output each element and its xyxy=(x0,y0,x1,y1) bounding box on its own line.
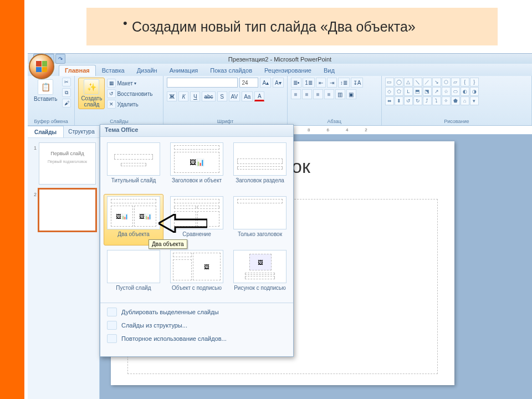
group-paragraph-label: Абзац xyxy=(291,118,378,124)
group-drawing-label: Рисование xyxy=(385,118,528,124)
thumb-number: 2 xyxy=(34,192,37,197)
align-left-button[interactable]: ≡ xyxy=(291,89,301,99)
group-slides: ✨ Создать слайд ▦Макет▾ ↺Восстановить ✕У… xyxy=(75,76,163,125)
tab-insert[interactable]: Вставка xyxy=(96,65,131,76)
ribbon-tabs: Главная Вставка Дизайн Анимация Показ сл… xyxy=(28,64,532,76)
duplicate-icon xyxy=(107,308,117,316)
strike-button[interactable]: abc xyxy=(202,91,215,101)
tab-design[interactable]: Дизайн xyxy=(131,65,163,76)
cut-icon[interactable]: ✂ xyxy=(62,78,71,86)
layout-title-content[interactable]: 🖼📊 Заголовок и объект xyxy=(167,140,227,192)
paste-icon: 📋 xyxy=(38,79,53,95)
delete-button[interactable]: ✕Удалить xyxy=(107,100,152,109)
group-clipboard: 📋 Вставить ✂ ⧉ 🖌 Буфер обмена xyxy=(28,76,75,125)
layout-gallery: Тема Office Титульный слайд 🖼📊 Заголовок… xyxy=(100,124,294,357)
slide-thumbnail-2[interactable]: 2 xyxy=(39,189,96,231)
new-slide-label: Создать слайд xyxy=(81,96,102,108)
panel-tab-outline[interactable]: Структура xyxy=(64,126,99,137)
copy-icon[interactable]: ⧉ xyxy=(62,88,71,97)
group-clipboard-label: Буфер обмена xyxy=(31,118,71,124)
change-case-button[interactable]: Aa xyxy=(242,91,253,101)
numbering-button[interactable]: 1≣ xyxy=(303,78,315,88)
format-painter-icon[interactable]: 🖌 xyxy=(62,99,71,108)
pointer-arrow-icon xyxy=(158,214,207,233)
group-slides-label: Слайды xyxy=(78,118,160,124)
font-family-combo[interactable] xyxy=(167,78,238,88)
slides-from-outline-button[interactable]: Слайды из структуры... xyxy=(100,319,293,332)
tab-home[interactable]: Главная xyxy=(59,65,96,76)
layout-section-header[interactable]: Заголовок раздела xyxy=(230,140,290,192)
italic-button[interactable]: К xyxy=(178,91,188,101)
paste-label: Вставить xyxy=(34,96,57,102)
duplicate-slides-button[interactable]: Дублировать выделенные слайды xyxy=(100,305,293,319)
layout-content-caption[interactable]: 🖼 Объект с подписью xyxy=(167,248,227,299)
tab-review[interactable]: Рецензирование xyxy=(258,65,318,76)
group-paragraph: ≣• 1≣ ⇤ ⇥ ↕≣ ↧A ≡ ≡ ≡ ≡ ▥ ▣ xyxy=(288,76,382,125)
font-color-button[interactable]: A xyxy=(254,91,264,101)
paste-button[interactable]: 📋 Вставить xyxy=(31,78,60,104)
tab-view[interactable]: Вид xyxy=(318,65,341,76)
layout-two-content[interactable]: 🖼📊🖼📊 Два объекта xyxy=(104,194,163,245)
char-spacing-button[interactable]: AV xyxy=(229,91,241,101)
new-slide-button[interactable]: ✨ Создать слайд xyxy=(78,78,105,109)
new-slide-icon: ✨ xyxy=(84,79,99,95)
delete-icon: ✕ xyxy=(107,100,116,109)
slide-thumbnail-1[interactable]: 1 Первый слайд Первый подзаголовок xyxy=(39,142,96,185)
thumb-number: 1 xyxy=(34,145,37,151)
reset-button[interactable]: ↺Восстановить xyxy=(107,89,152,98)
font-size-combo[interactable] xyxy=(239,78,258,88)
layout-title-only[interactable]: Только заголовок xyxy=(230,194,290,245)
layout-picture-caption[interactable]: 🖼 Рисунок с подписью xyxy=(230,248,290,299)
indent-inc-button[interactable]: ⇥ xyxy=(327,78,337,88)
office-button[interactable] xyxy=(29,54,54,79)
orange-accent-bar xyxy=(0,0,24,399)
group-drawing: ▭◯△＼／↘⬡▱{} ◇⬠L⬒⬔↗☆⬭◐◑ ⬌⬍↺↻⤴⤵✧⬟⌂▾ Рисован… xyxy=(382,76,532,125)
group-font-label: Шрифт xyxy=(167,118,283,124)
bullets-button[interactable]: ≣• xyxy=(291,78,302,88)
columns-button[interactable]: ▥ xyxy=(335,89,345,99)
title-bar: Презентация2 - Microsoft PowerPoint xyxy=(28,54,532,65)
text-direction-button[interactable]: ↧A xyxy=(351,78,364,88)
align-right-button[interactable]: ≡ xyxy=(313,89,323,99)
outline-icon xyxy=(107,321,117,330)
layout-tooltip: Два объекта xyxy=(149,239,187,249)
reset-icon: ↺ xyxy=(107,89,116,98)
ribbon: 📋 Вставить ✂ ⧉ 🖌 Буфер обмена ✨ Соз xyxy=(28,76,532,126)
window-title: Презентация2 - Microsoft PowerPoint xyxy=(228,56,331,63)
tab-animation[interactable]: Анимация xyxy=(163,65,204,76)
instruction-text: Создадим новый тип слайда «Два объекта» xyxy=(132,19,416,35)
bold-button[interactable]: Ж xyxy=(167,91,177,101)
underline-button[interactable]: Ч xyxy=(190,91,200,101)
layout-title-slide[interactable]: Титульный слайд xyxy=(104,140,163,192)
align-justify-button[interactable]: ≡ xyxy=(324,89,334,99)
grow-font-button[interactable]: A▴ xyxy=(260,78,271,88)
layout-blank[interactable]: Пустой слайд xyxy=(104,248,163,299)
panel-tab-slides[interactable]: Слайды xyxy=(28,126,64,137)
gallery-header: Тема Office xyxy=(100,125,293,137)
office-logo-icon xyxy=(36,61,47,72)
line-spacing-button[interactable]: ↕≣ xyxy=(338,78,350,88)
gallery-footer: Дублировать выделенные слайды Слайды из … xyxy=(100,303,293,347)
group-font: A▴ A▾ Ж К Ч abc S AV Aa A Шрифт xyxy=(163,76,287,125)
layout-button[interactable]: ▦Макет▾ xyxy=(107,79,152,88)
instruction-banner: Создадим новый тип слайда «Два объекта» xyxy=(86,8,498,45)
tab-slideshow[interactable]: Показ слайдов xyxy=(204,65,258,76)
qat-redo-icon[interactable]: ↷ xyxy=(55,54,65,64)
slides-panel: Слайды Структура 1 Первый слайд Первый п… xyxy=(28,126,100,399)
reuse-icon xyxy=(107,334,117,343)
shadow-button[interactable]: S xyxy=(217,91,227,101)
shapes-gallery[interactable]: ▭◯△＼／↘⬡▱{} ◇⬠L⬒⬔↗☆⬭◐◑ ⬌⬍↺↻⤴⤵✧⬟⌂▾ xyxy=(385,78,479,105)
convert-smartart-button[interactable]: ▣ xyxy=(346,89,356,99)
reuse-slides-button[interactable]: Повторное использование слайдов... xyxy=(100,332,293,345)
align-center-button[interactable]: ≡ xyxy=(302,89,312,99)
shrink-font-button[interactable]: A▾ xyxy=(273,78,284,88)
layout-icon: ▦ xyxy=(107,79,116,88)
indent-dec-button[interactable]: ⇤ xyxy=(316,78,326,88)
